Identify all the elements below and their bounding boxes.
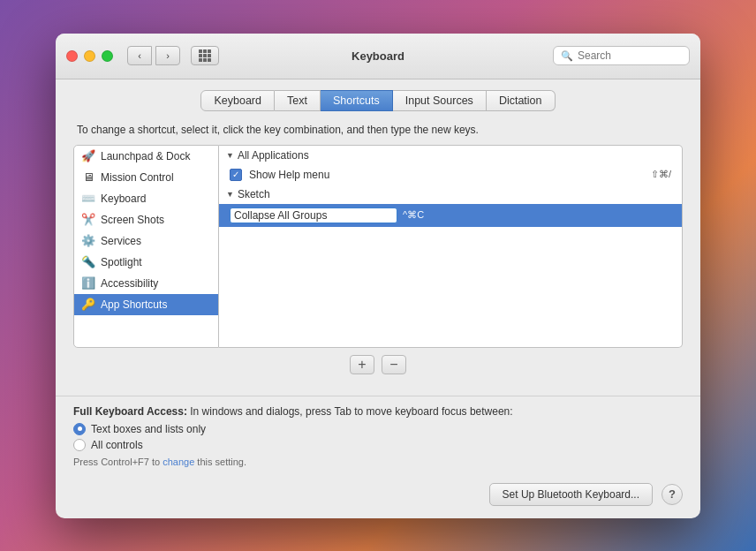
collapse-triangle-sketch-icon: ▼ — [226, 190, 234, 199]
search-box[interactable]: 🔍 — [553, 46, 690, 65]
section-label: All Applications — [238, 149, 309, 162]
radio-circle-text-boxes[interactable] — [73, 423, 86, 435]
footer: Set Up Bluetooth Keyboard... ? — [56, 474, 700, 518]
minimize-button[interactable] — [84, 50, 95, 62]
shortcut-key-badge: ^⌘C — [397, 208, 429, 222]
maximize-button[interactable] — [102, 50, 113, 62]
launchpad-icon: 🚀 — [81, 149, 95, 163]
tab-keyboard[interactable]: Keyboard — [200, 90, 275, 111]
hint-text: Press Control+F7 to change this setting. — [73, 457, 683, 467]
add-shortcut-button[interactable]: + — [350, 355, 374, 374]
radio-text-boxes[interactable]: Text boxes and lists only — [73, 423, 683, 435]
traffic-lights — [66, 50, 113, 62]
shortcut-show-help[interactable]: ✓ Show Help menu ⇧⌘/ — [219, 165, 682, 185]
sidebar-item-label: Spotlight — [101, 256, 142, 268]
keyboard-icon: ⌨️ — [81, 192, 95, 206]
forward-button[interactable]: › — [155, 46, 180, 65]
keyboard-access-label: Full Keyboard Access: — [73, 405, 187, 418]
shortcut-keys: ⇧⌘/ — [651, 169, 671, 180]
keyboard-access-title: Full Keyboard Access: In windows and dia… — [73, 405, 683, 418]
sidebar-item-label: Accessibility — [101, 277, 158, 290]
radio-label: Text boxes and lists only — [91, 423, 206, 435]
keyboard-access-section: Full Keyboard Access: In windows and dia… — [56, 396, 700, 474]
content-area: Keyboard Text Shortcuts Input Sources Di… — [56, 79, 700, 392]
shortcut-name: Show Help menu — [249, 169, 644, 181]
sidebar-item-screenshots[interactable]: ✂️ Screen Shots — [74, 209, 218, 230]
accessibility-icon: ℹ️ — [81, 276, 95, 291]
radio-circle-all-controls[interactable] — [73, 439, 86, 451]
tab-shortcuts[interactable]: Shortcuts — [321, 90, 393, 111]
tab-dictation[interactable]: Dictation — [487, 90, 556, 111]
sidebar-item-label: Launchpad & Dock — [101, 150, 190, 162]
sidebar-item-label: App Shortcuts — [101, 298, 167, 311]
sidebar-item-launchpad[interactable]: 🚀 Launchpad & Dock — [74, 146, 218, 167]
radio-group: Text boxes and lists only All controls — [73, 423, 683, 451]
change-link[interactable]: change — [163, 457, 194, 467]
sidebar-item-services[interactable]: ⚙️ Services — [74, 230, 218, 252]
sidebar-item-spotlight[interactable]: 🔦 Spotlight — [74, 252, 218, 273]
sidebar-item-app-shortcuts[interactable]: 🔑 App Shortcuts — [74, 294, 218, 315]
tabs: Keyboard Text Shortcuts Input Sources Di… — [73, 90, 683, 111]
search-icon: 🔍 — [561, 50, 573, 62]
app-shortcuts-icon: 🔑 — [81, 298, 95, 312]
check-mark-icon: ✓ — [232, 170, 239, 179]
section-sketch[interactable]: ▼ Sketch — [219, 185, 682, 204]
grid-button[interactable] — [191, 46, 219, 65]
titlebar: ‹ › Keyboard 🔍 — [56, 34, 700, 79]
section-label: Sketch — [238, 188, 270, 200]
add-remove-bar: + − — [73, 348, 683, 378]
help-button[interactable]: ? — [662, 484, 683, 505]
description-text: To change a shortcut, select it, click t… — [73, 124, 683, 136]
sidebar: 🚀 Launchpad & Dock 🖥 Mission Control ⌨️ … — [73, 145, 219, 348]
keyboard-preferences-window: ‹ › Keyboard 🔍 Keyboard Text Shortcuts I… — [56, 34, 700, 518]
search-input[interactable] — [578, 49, 682, 62]
bluetooth-keyboard-button[interactable]: Set Up Bluetooth Keyboard... — [489, 483, 653, 506]
sidebar-item-keyboard[interactable]: ⌨️ Keyboard — [74, 188, 218, 209]
sidebar-item-mission-control[interactable]: 🖥 Mission Control — [74, 167, 218, 188]
radio-label: All controls — [91, 439, 143, 451]
nav-buttons: ‹ › — [127, 46, 180, 65]
sidebar-item-accessibility[interactable]: ℹ️ Accessibility — [74, 273, 218, 294]
shortcut-collapse-groups[interactable]: ^⌘C — [219, 204, 682, 227]
sidebar-item-label: Screen Shots — [101, 214, 164, 226]
services-icon: ⚙️ — [81, 234, 95, 248]
sidebar-item-label: Services — [101, 235, 141, 247]
shortcut-panel: ▼ All Applications ✓ Show Help menu ⇧⌘/ … — [219, 145, 683, 348]
grid-icon — [199, 49, 211, 62]
main-area: 🚀 Launchpad & Dock 🖥 Mission Control ⌨️ … — [73, 145, 683, 348]
remove-shortcut-button[interactable]: − — [382, 355, 406, 374]
sidebar-item-label: Keyboard — [101, 192, 146, 205]
collapse-triangle-icon: ▼ — [226, 151, 234, 160]
tab-input-sources[interactable]: Input Sources — [393, 90, 487, 111]
spotlight-icon: 🔦 — [81, 255, 95, 269]
shortcut-checkbox[interactable]: ✓ — [230, 169, 242, 181]
shortcut-edit-field[interactable] — [230, 208, 397, 223]
section-all-applications[interactable]: ▼ All Applications — [219, 146, 682, 165]
back-button[interactable]: ‹ — [127, 46, 152, 65]
tab-text[interactable]: Text — [275, 90, 321, 111]
mission-control-icon: 🖥 — [81, 170, 95, 185]
screenshots-icon: ✂️ — [81, 213, 95, 227]
close-button[interactable] — [66, 50, 78, 62]
sidebar-item-label: Mission Control — [101, 171, 174, 184]
radio-dot — [78, 426, 82, 431]
radio-all-controls[interactable]: All controls — [73, 439, 683, 451]
